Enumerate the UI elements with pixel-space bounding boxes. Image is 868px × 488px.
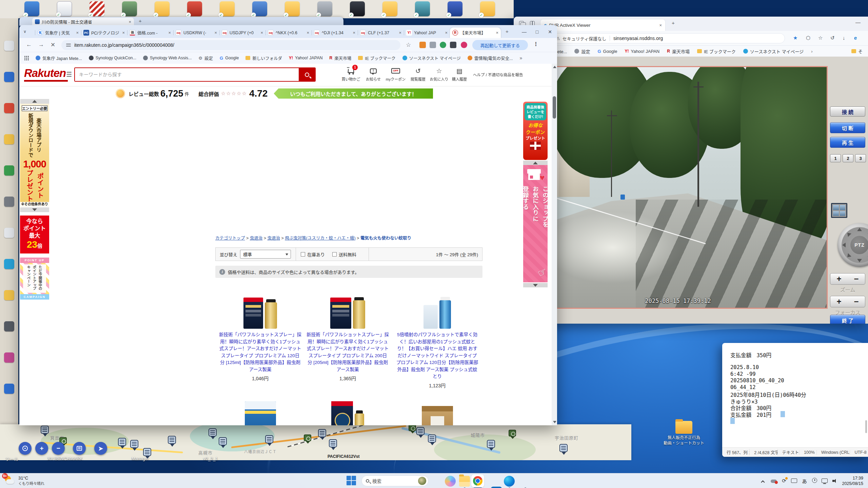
file-explorer-icon[interactable] [459, 476, 470, 487]
water-gauge-pin[interactable] [41, 426, 49, 434]
bookmark-item[interactable]: IE ブックマーク [358, 55, 395, 61]
onedrive-error-icon[interactable] [769, 478, 779, 484]
water-gauge-pin[interactable] [329, 439, 337, 447]
point-max-banner[interactable]: 今なら ポイント 最大 23倍 [20, 216, 49, 253]
other-favorites[interactable]: そ [851, 48, 863, 55]
stop-loading-icon[interactable]: ✕ [51, 41, 55, 48]
help-report-link[interactable]: ヘルプ / 不適切な商品を報告 [473, 72, 523, 77]
sort-select[interactable]: 標準 [240, 250, 291, 259]
desktop-icon[interactable]: ✓ [382, 1, 397, 16]
desktop-icon-label[interactable]: Manager [132, 456, 149, 461]
menu-kebab-icon[interactable]: ⋮ [533, 41, 538, 47]
bookmark-item[interactable]: Synology Web Assis... [143, 56, 192, 60]
store-icon[interactable] [491, 487, 502, 488]
extension-icon[interactable] [430, 42, 436, 48]
banner-scroll-down[interactable] [523, 283, 548, 287]
exit-button[interactable]: 終 了 [830, 315, 865, 324]
background-browser-tab[interactable]: 川の防災情報 - 国土交通省 [32, 18, 134, 26]
ptz-control[interactable]: PTZ [837, 223, 868, 267]
desktop-icon[interactable]: ✓ [155, 1, 170, 16]
filter-free-shipping[interactable]: 送料無料 [332, 251, 356, 258]
volume-icon[interactable] [830, 478, 840, 484]
search-input[interactable] [79, 68, 293, 81]
bookmark-star-icon[interactable]: ☆ [406, 41, 411, 48]
desktop-icon[interactable]: ✓ [350, 1, 365, 16]
window-maximize-icon[interactable]: □ [531, 27, 543, 37]
product-title[interactable]: 5倍噴射のパワフルショットで素早く効く！広いお部屋用の1プッシュ式蚊とり！【お買… [396, 331, 478, 380]
bookmark-item[interactable]: 雷情報|電気の安全... [468, 55, 513, 61]
history-icon[interactable]: ↺ [830, 35, 835, 41]
bookmark-item[interactable]: IE ブックマーク [697, 48, 736, 55]
clock-app-icon[interactable] [809, 478, 820, 484]
connect-button[interactable]: 接 続 [830, 106, 865, 117]
desktop-icon[interactable]: ✓ [448, 1, 462, 16]
desktop-icon[interactable]: ✓ [415, 1, 430, 16]
sync-icon[interactable]: ⟳ [779, 478, 789, 484]
breadcrumb-link[interactable]: 飛ぶ虫対策(ユスリカ・蚊・ハエ・蛾) [285, 236, 355, 241]
bookmark-item[interactable]: 気象庁 Japan Mete... [36, 55, 82, 61]
app-download-banner[interactable]: エントリー必要 楽天市場アプリ新規ダウンロードで 1,000 ポイントプレゼント… [20, 104, 49, 207]
tab-search-icon[interactable]: ∨ [23, 29, 26, 34]
bookmark-item[interactable]: 新しいフォルダ [245, 55, 282, 61]
favorite-filled-icon[interactable]: ★ [793, 35, 797, 41]
desktop-icon[interactable] [4, 41, 14, 51]
breadcrumb-link[interactable]: 虫退治 [250, 236, 263, 241]
desktop-icon[interactable]: ✓ [122, 1, 137, 16]
display-icon[interactable] [820, 478, 830, 484]
map-zoom-out-button[interactable]: − [52, 442, 65, 455]
tab-close-icon[interactable] [168, 30, 171, 35]
taskbar-clock[interactable]: 17:39 2025/08/15 [842, 475, 863, 486]
dvr-url-field[interactable]: ⚠ セキュリティ保護なし sinsenyasai.nsddns.org [551, 33, 785, 43]
product-card[interactable]: 新技術「パワフルショットスプレー」採用！瞬時に広がり素早く効く1プッシュ式スプレ… [219, 283, 301, 382]
play-button[interactable]: 再 生 [830, 137, 865, 148]
bookmark-item[interactable]: ⚙設定 [198, 55, 213, 61]
breadcrumb-link[interactable]: 虫退治 [268, 236, 280, 241]
background-browser-window[interactable]: 川の防災情報 - 国土交通省 [19, 17, 343, 26]
desktop-icon-label[interactable]: v2_2_1 [203, 456, 218, 461]
camera-pin[interactable] [409, 424, 416, 431]
dvr-active-tab[interactable]: e DVR ActiveX Viewer [540, 19, 666, 31]
bookmarks-overflow-icon[interactable]: › [811, 49, 812, 54]
channel-3-button[interactable]: 3 [855, 154, 866, 162]
water-gauge-pin[interactable] [143, 448, 151, 456]
channel-2-button[interactable]: 2 [843, 154, 853, 162]
new-tab-icon[interactable] [506, 28, 509, 34]
tab-close-icon[interactable] [129, 19, 131, 24]
bookmark-item[interactable]: Synology QuickCon... [89, 56, 136, 60]
apps-grid-icon[interactable] [24, 56, 29, 60]
desktop-icon[interactable] [4, 384, 14, 394]
tab-close-icon[interactable] [76, 30, 79, 35]
tab-jma[interactable]: 気気象庁 | 天気 [35, 27, 81, 38]
relaunch-update-button[interactable]: 再起動して更新する [472, 40, 528, 50]
desktop-icon[interactable]: ✓ [285, 1, 300, 16]
extensions-icon[interactable]: ⬡ [806, 35, 810, 41]
tab-close-icon[interactable] [122, 30, 125, 35]
breadcrumb-current[interactable]: 電気も火も使わない蚊取り [360, 236, 411, 241]
water-gauge-pin[interactable] [559, 444, 568, 452]
coupon-banner[interactable]: 商品到着後 レビューを 書くだけ! お得な クーポン プレゼント [523, 102, 548, 160]
tab-pc-tech[interactable]: PCPC/テクノロジ [81, 27, 127, 38]
tab-close-icon[interactable] [445, 30, 448, 35]
breadcrumb-link[interactable]: カテゴリトップ [215, 236, 245, 241]
water-gauge-pin[interactable] [265, 435, 273, 443]
camera-pin[interactable] [304, 434, 311, 441]
notepad-scrollbar-thumb[interactable] [865, 420, 867, 433]
nav-history[interactable]: ↺ 閲覧履歴 [407, 66, 429, 82]
weather-widget[interactable]: 9+ 31°C くもり時々晴れ [3, 474, 44, 487]
zoom-out-button[interactable]: − [854, 274, 859, 284]
tab-yahoo[interactable]: Y!Yahoo! JAP [404, 27, 450, 38]
bookmark-item[interactable]: GGoogle [597, 49, 617, 54]
search-button[interactable] [299, 68, 315, 81]
product-card[interactable] [396, 390, 478, 425]
copilot-icon[interactable] [445, 476, 456, 487]
tab-close-icon[interactable] [659, 23, 662, 28]
desktop-icon[interactable]: ✓ [24, 1, 39, 16]
map-legend-button[interactable] [73, 442, 86, 455]
camera-video-feed[interactable]: 2025-08-15 17:39:12 [518, 66, 828, 309]
desktop-folder-icon[interactable] [675, 421, 692, 434]
desktop-icon[interactable] [4, 134, 14, 144]
water-gauge-pin[interactable] [130, 440, 138, 448]
water-gauge-pin[interactable] [416, 427, 425, 435]
tab-close-icon[interactable] [307, 30, 309, 35]
desktop-icon[interactable]: ✓ [317, 1, 332, 16]
